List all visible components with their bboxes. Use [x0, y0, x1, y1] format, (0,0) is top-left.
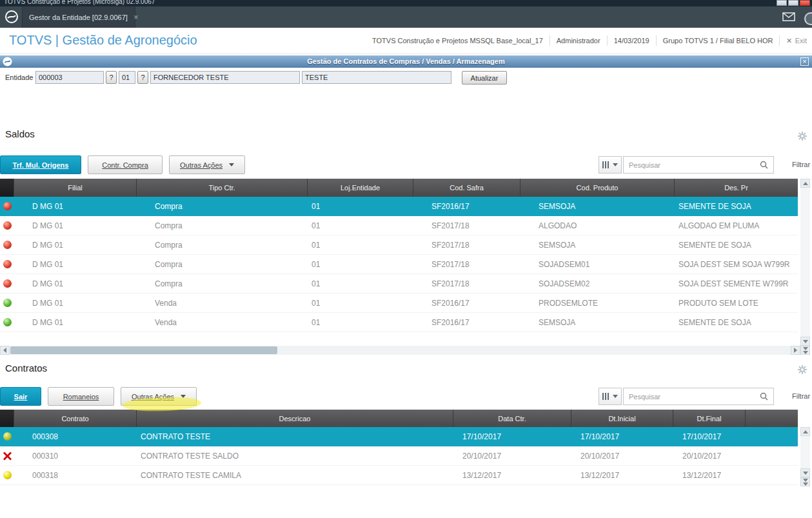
scroll-down-button[interactable] [800, 337, 810, 346]
cell-produto: SEMSOJA [520, 313, 675, 332]
trf-mul-origens-button[interactable]: Trf. Mul. Origens [0, 155, 81, 174]
divider [656, 35, 657, 46]
minimize-button[interactable] [777, 0, 787, 6]
chevron-down-icon [613, 395, 618, 398]
entity-lookup-button[interactable]: ? [106, 71, 117, 84]
cell-descricao: PRODUTO SEM LOTE [675, 294, 798, 312]
row-status-cell [0, 466, 14, 484]
button-label: Sair [14, 393, 28, 401]
exit-button[interactable]: × Exit [786, 36, 807, 45]
saldos-section-title: Saldos [5, 128, 35, 139]
header-status-column [0, 179, 14, 197]
cell-tipo: Compra [137, 255, 308, 274]
scroll-up-button[interactable] [800, 427, 810, 436]
table-row[interactable]: D MG 01Compra01SF2017/18SEMSOJASEMENTE D… [0, 235, 798, 255]
scroll-track[interactable] [800, 188, 810, 337]
scroll-right-button[interactable] [791, 346, 800, 355]
table-row[interactable]: D MG 01Compra01SF2017/18SOJADSEM01SOJA D… [0, 255, 798, 274]
scrollbar-thumb[interactable] [10, 346, 277, 354]
table-row[interactable]: 000318CONTRATO TESTE CAMILA13/12/201713/… [0, 466, 798, 485]
settings-icon[interactable] [798, 132, 807, 143]
cell-filial: D MG 01 [14, 313, 137, 332]
outras-acoes-button[interactable]: Outras Ações [121, 387, 197, 406]
status-red-icon [3, 202, 12, 210]
column-header: Des. Pr [675, 179, 798, 197]
columns-config-button[interactable] [599, 388, 622, 405]
table-row[interactable]: D MG 01Venda01SF2016/17PRODSEMLOTEPRODUT… [0, 294, 798, 313]
tab-close-icon[interactable]: × [134, 13, 139, 21]
cell-tipo: Compra [137, 216, 308, 235]
store-lookup-button[interactable]: ? [137, 71, 148, 84]
scroll-track[interactable] [10, 346, 791, 355]
sair-button[interactable]: Sair [0, 387, 41, 406]
status-green-icon [3, 299, 12, 307]
maximize-button[interactable] [788, 0, 798, 6]
chevron-down-icon [181, 395, 186, 398]
help-icon[interactable] [804, 12, 812, 28]
cell-produto: SOJADSEM02 [520, 274, 675, 293]
panel-close-icon[interactable]: × [800, 57, 809, 66]
saldos-vertical-scrollbar[interactable] [800, 179, 810, 355]
scroll-down-button[interactable] [800, 468, 810, 477]
saldos-table: Filial Tipo Ctr. Loj.Entidade Cod. Safra… [0, 179, 798, 332]
entity-name-field[interactable] [150, 71, 300, 84]
cell-descricao: SEMENTE DE SOJA [675, 313, 798, 332]
scroll-track[interactable] [800, 436, 810, 468]
store-code-field[interactable] [119, 71, 135, 84]
outras-acoes-button[interactable]: Outras Ações [169, 155, 245, 174]
status-red-icon [3, 221, 12, 230]
search-icon[interactable] [760, 392, 768, 401]
romaneios-button[interactable]: Romaneios [48, 387, 114, 406]
table-row[interactable]: D MG 01Compra01SF2017/18ALGODAOALGODAO E… [0, 216, 798, 235]
arrow-down-icon [803, 472, 808, 475]
filter-link[interactable]: Filtrar [792, 161, 810, 168]
cell-dt_final: 20/10/2017 [673, 446, 746, 465]
tab-gestor-da-entidade[interactable]: Gestor da Entidade [02.9.0067] × [22, 6, 135, 28]
scroll-up-button[interactable] [800, 179, 810, 188]
cell-produto: SEMSOJA [520, 235, 675, 254]
table-row[interactable]: D MG 01Compra01SF2016/17SEMSOJASEMENTE D… [0, 197, 798, 216]
mail-icon[interactable] [782, 12, 795, 24]
refresh-button[interactable]: Atualizar [462, 71, 507, 85]
cell-dt_inicial: 20/10/2017 [571, 446, 673, 465]
table-row[interactable]: D MG 01Compra01SF2017/18SOJADSEM02SOJA D… [0, 274, 798, 294]
arrow-right-icon [794, 348, 797, 353]
filter-link[interactable]: Filtrar [792, 392, 810, 400]
search-input[interactable] [624, 393, 760, 401]
cell-safra: SF2016/17 [413, 313, 520, 332]
row-status-cell [0, 294, 14, 312]
entity-code-field[interactable] [35, 71, 104, 84]
cell-tipo: Venda [137, 313, 308, 332]
search-icon[interactable] [760, 161, 768, 169]
table-row[interactable]: 000308CONTRATO TESTE17/10/201717/10/2017… [0, 427, 798, 446]
scroll-page-down-button[interactable] [800, 477, 810, 486]
row-status-cell [0, 197, 14, 215]
column-header: Data Ctr. [453, 410, 571, 427]
row-status-cell [0, 427, 14, 446]
saldos-horizontal-scrollbar[interactable] [0, 346, 800, 355]
group-filial-label: Grupo TOTVS 1 / Filial BELO HOR [663, 37, 773, 45]
settings-icon[interactable] [798, 365, 807, 377]
entity-alias-field[interactable] [302, 71, 451, 84]
contratos-table-body: 000308CONTRATO TESTE17/10/201717/10/2017… [0, 427, 798, 485]
scroll-page-down-button[interactable] [800, 346, 810, 355]
search-input[interactable] [624, 161, 760, 169]
cell-contrato: 000310 [14, 446, 137, 465]
contratos-vertical-scrollbar[interactable] [800, 427, 810, 486]
cell-dt_final: 13/12/2017 [673, 466, 746, 484]
row-status-cell [0, 446, 14, 465]
cell-descricao: SOJA DEST SEMENTE W799R [675, 274, 798, 293]
scroll-left-button[interactable] [0, 346, 10, 355]
cell-extra [746, 427, 798, 446]
column-header: Loj.Entidade [308, 179, 413, 197]
column-header: Cod. Safra [413, 179, 520, 197]
cell-filial: D MG 01 [14, 216, 137, 235]
table-row[interactable]: 000310CONTRATO TESTE SALDO20/10/201720/1… [0, 446, 798, 466]
columns-config-button[interactable] [599, 156, 622, 174]
table-row[interactable]: D MG 01Venda01SF2016/17SEMSOJASEMENTE DE… [0, 313, 798, 332]
row-status-cell [0, 255, 14, 274]
session-info: TOTVS Construção e Projetos MSSQL Base_l… [372, 28, 807, 54]
close-button[interactable] [800, 0, 810, 6]
cell-data_ctr: 20/10/2017 [453, 446, 571, 465]
contr-compra-button[interactable]: Contr. Compra [88, 155, 163, 174]
